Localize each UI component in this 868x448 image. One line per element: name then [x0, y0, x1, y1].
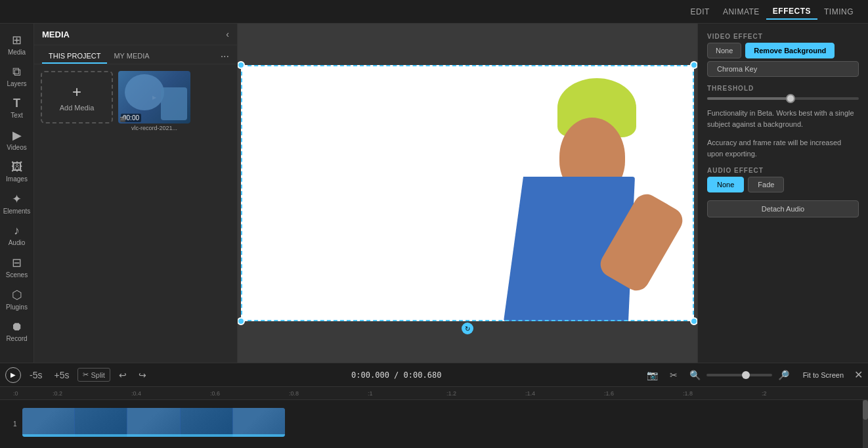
threshold-label: THRESHOLD — [707, 85, 859, 92]
track-content[interactable] — [22, 408, 868, 441]
track-label: 1 — [13, 420, 22, 428]
sidebar-item-label: Layers — [7, 80, 26, 87]
images-icon: 🖼 — [11, 160, 23, 174]
video-frame — [75, 408, 127, 437]
chroma-key-button[interactable]: Chroma Key — [707, 61, 859, 77]
effects-tab[interactable]: EFFECTS — [766, 4, 817, 20]
record-icon: ⏺ — [11, 320, 23, 334]
canvas-subject — [497, 78, 681, 315]
sidebar-item-record[interactable]: ⏺ Record — [1, 316, 33, 346]
camera-button[interactable]: 📷 — [643, 368, 661, 382]
skip-forward-button[interactable]: +5s — [51, 368, 72, 382]
split-button[interactable]: ✂ Split — [77, 368, 110, 382]
video-frame — [233, 408, 285, 437]
ruler-mark: :0.6 — [210, 390, 289, 397]
video-strip-highlight — [22, 434, 285, 437]
vertical-scrollbar[interactable] — [863, 400, 868, 448]
sidebar-item-label: Audio — [9, 239, 26, 246]
undo-button[interactable]: ↩ — [116, 368, 130, 382]
video-frame — [127, 408, 179, 437]
threshold-fill — [707, 97, 791, 100]
ruler-mark: :0.8 — [289, 390, 368, 397]
detach-audio-button[interactable]: Detach Audio — [707, 200, 859, 217]
close-timeline-button[interactable]: ✕ — [854, 369, 863, 381]
timing-tab[interactable]: TIMING — [817, 4, 860, 20]
tab-my-media[interactable]: MY MEDIA — [107, 49, 156, 64]
sidebar-item-text[interactable]: T Text — [1, 93, 33, 123]
threshold-track — [707, 97, 859, 100]
sidebar-item-videos[interactable]: ▶ Videos — [1, 124, 33, 155]
fit-to-screen-button[interactable]: Fit to Screen — [798, 369, 849, 381]
scrollbar-thumb[interactable] — [863, 400, 868, 420]
audio-icon: ♪ — [14, 224, 20, 238]
tab-this-project[interactable]: THIS PROJECT — [42, 49, 107, 64]
sidebar-item-label: Videos — [7, 144, 26, 151]
beta-text-2: Accuracy and frame rate will be increase… — [707, 137, 859, 159]
play-button[interactable]: ▶ — [5, 367, 21, 383]
ruler-mark: :0 — [13, 390, 53, 397]
beta-text-1: Functionality in Beta. Works best with a… — [707, 108, 859, 129]
watermark: filmora fr — [445, 236, 473, 244]
text-icon: T — [13, 97, 20, 110]
sidebar-item-media[interactable]: ⊞ Media — [1, 29, 33, 60]
split-label: Split — [91, 371, 104, 379]
timeline-tracks: 1 — [0, 400, 868, 448]
edit-tab[interactable]: EDIT — [684, 4, 716, 20]
remove-background-button[interactable]: Remove Background — [745, 43, 835, 58]
sidebar-item-layers[interactable]: ⧉ Layers — [1, 61, 33, 91]
sidebar-item-label: Media — [8, 49, 26, 56]
video-strip-frames — [22, 408, 285, 437]
none-button[interactable]: None — [707, 43, 741, 58]
media-thumbnail[interactable]: ▶ 00:00 🎬 — [118, 71, 190, 123]
zoom-track — [706, 374, 772, 376]
sidebar-item-elements[interactable]: ✦ Elements — [1, 188, 33, 219]
corner-handle-bl[interactable] — [238, 317, 245, 325]
ruler-mark: :1.6 — [604, 390, 683, 397]
zoom-thumb[interactable] — [742, 371, 750, 379]
add-media-box[interactable]: + Add Media — [41, 71, 113, 123]
zoom-in-button[interactable]: 🔎 — [775, 368, 792, 382]
elements-icon: ✦ — [12, 192, 22, 206]
skip-back-button[interactable]: -5s — [26, 368, 45, 382]
zoom-out-button[interactable]: 🔍 — [686, 368, 704, 382]
video-strip[interactable] — [22, 408, 285, 437]
scenes-icon: ⊟ — [12, 256, 22, 270]
audio-fade-button[interactable]: Fade — [748, 177, 784, 192]
sidebar-item-label: Plugins — [6, 303, 28, 311]
threshold-thumb[interactable] — [786, 94, 795, 103]
sidebar-item-label: Images — [6, 175, 28, 183]
ruler-mark: :1.8 — [683, 390, 762, 397]
video-effect-label: VIDEO EFFECT — [707, 33, 859, 40]
sidebar-item-audio[interactable]: ♪ Audio — [1, 220, 33, 250]
canvas-area: filmora fr ↻ — [238, 24, 697, 363]
redo-button[interactable]: ↪ — [135, 368, 150, 382]
ruler-mark: :1.4 — [525, 390, 604, 397]
right-panel: VIDEO EFFECT None Remove Background Chro… — [697, 24, 868, 363]
ruler-mark: :1.2 — [446, 390, 525, 397]
collapse-panel-button[interactable]: ‹ — [226, 29, 229, 39]
video-frame — [22, 408, 74, 437]
audio-none-button[interactable]: None — [707, 177, 744, 192]
media-panel-title: MEDIA — [42, 30, 70, 39]
sidebar-item-label: Elements — [3, 208, 31, 215]
sidebar-item-label: Text — [11, 112, 22, 119]
sidebar-item-images[interactable]: 🖼 Images — [1, 156, 33, 187]
sidebar-item-label: Record — [6, 335, 27, 342]
timeline-ruler: :0 :0.2 :0.4 :0.6 :0.8 :1 :1.2 :1.4 :1.6… — [0, 387, 868, 400]
ruler-mark: :0.2 — [53, 390, 131, 397]
sidebar-item-plugins[interactable]: ⬡ Plugins — [1, 284, 33, 315]
rotate-handle[interactable]: ↻ — [462, 323, 473, 334]
cut-button[interactable]: ✂ — [666, 368, 681, 382]
media-thumb-name: vlc-record-2021... — [118, 125, 190, 131]
audio-effect-label: AUDIO EFFECT — [707, 167, 859, 174]
plugins-icon: ⬡ — [12, 288, 22, 302]
animate-tab[interactable]: ANIMATE — [716, 4, 766, 20]
sidebar-item-scenes[interactable]: ⊟ Scenes — [1, 252, 33, 282]
videos-icon: ▶ — [12, 128, 22, 143]
corner-handle-tr[interactable] — [690, 61, 697, 69]
video-frame — [181, 408, 232, 437]
corner-handle-br[interactable] — [690, 317, 697, 325]
media-more-button[interactable]: ··· — [221, 49, 229, 64]
canvas-wrapper[interactable]: filmora fr ↻ — [241, 65, 694, 321]
ruler-mark: :1 — [368, 390, 446, 397]
